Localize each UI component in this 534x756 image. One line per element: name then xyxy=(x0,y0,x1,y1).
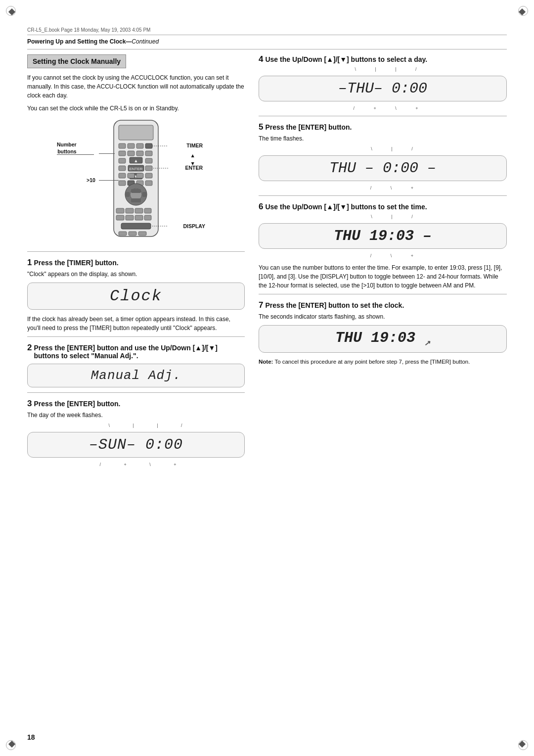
step5-sub: The time flashes. xyxy=(259,134,507,143)
step2-rule xyxy=(27,336,245,337)
svg-rect-43 xyxy=(144,215,151,220)
step4-tick-bottom: / + \ + xyxy=(259,106,507,111)
right-column: 4 Use the Up/Down [▲]/[▼] buttons to sel… xyxy=(259,54,507,472)
section-heading-box: Setting the Clock Manually xyxy=(27,54,126,68)
note-label: Note: xyxy=(259,359,273,365)
svg-rect-39 xyxy=(144,208,151,213)
svg-rect-13 xyxy=(119,158,126,163)
svg-rect-10 xyxy=(145,151,152,156)
svg-rect-44 xyxy=(121,223,151,229)
step1-heading: Press the [TIMER] button. xyxy=(34,259,118,267)
step5-tick-bottom: / \ + xyxy=(259,186,507,190)
step1-sub: "Clock" appears on the display, as shown… xyxy=(27,270,245,279)
step1-display: Clock xyxy=(27,283,245,310)
svg-rect-35 xyxy=(142,192,146,197)
step6-num: 6 xyxy=(259,202,263,212)
step7-heading: Press the [ENTER] button to set the cloc… xyxy=(265,301,404,309)
gt10-label: >10 xyxy=(87,177,95,183)
standby-paragraph: You can set the clock while the CR-L5 is… xyxy=(27,104,245,113)
svg-rect-9 xyxy=(136,151,143,156)
svg-rect-48 xyxy=(138,232,146,236)
svg-rect-41 xyxy=(126,215,134,220)
step3-heading: Press the [ENTER] button. xyxy=(34,400,120,408)
note-body: To cancel this procedure at any point be… xyxy=(273,359,470,365)
left-column: Setting the Clock Manually If you cannot… xyxy=(27,54,245,472)
step2-num: 2 xyxy=(27,343,32,353)
svg-rect-26 xyxy=(119,181,126,186)
svg-rect-47 xyxy=(129,232,136,236)
svg-rect-34 xyxy=(126,192,130,197)
step2-heading: Press the [ENTER] button and use the Up/… xyxy=(34,344,245,360)
step3-header: 3 Press the [ENTER] button. xyxy=(27,399,245,409)
svg-text:ENTER: ENTER xyxy=(129,167,142,171)
svg-rect-22 xyxy=(119,173,126,178)
step7-header: 7 Press the [ENTER] button to set the cl… xyxy=(259,300,507,310)
step7-sub: The seconds indicator starts flashing, a… xyxy=(259,312,507,321)
svg-rect-7 xyxy=(119,151,126,156)
step7-num: 7 xyxy=(259,300,263,310)
svg-text:▲: ▲ xyxy=(134,158,138,163)
step5-num: 5 xyxy=(259,122,263,132)
step5-tick-top: \ | / xyxy=(259,147,507,151)
step6-display-wrap: \ | / THU 19:03 – / \ + xyxy=(259,215,507,258)
step3-display-wrap: \ | | / –SUN– 0:00 / + \ + xyxy=(27,424,245,467)
number-buttons-label: Number xyxy=(57,142,77,148)
meta-info: CR-L5_E.book Page 18 Monday, May 19, 200… xyxy=(27,27,507,35)
svg-rect-21 xyxy=(145,166,152,171)
svg-rect-33 xyxy=(131,198,141,202)
step2-display: Manual Adj. xyxy=(27,364,245,387)
step1-rule xyxy=(27,251,245,252)
step1-num: 1 xyxy=(27,258,32,268)
step4-display: –THU– 0:00 xyxy=(259,76,507,101)
svg-rect-1 xyxy=(119,125,153,140)
step4-tick-top: \ | | / xyxy=(259,67,507,72)
step6-tick-bottom: / \ + xyxy=(259,254,507,258)
step1-header: 1 Press the [TIMER] button. xyxy=(27,258,245,268)
svg-rect-29 xyxy=(145,181,152,186)
svg-rect-37 xyxy=(126,208,134,213)
svg-rect-14 xyxy=(145,158,152,163)
step6-body: You can use the number buttons to enter … xyxy=(259,263,507,290)
up-arrow-label: ▲ xyxy=(190,152,195,158)
svg-rect-46 xyxy=(119,232,127,236)
svg-rect-32 xyxy=(131,189,141,193)
step7-display: THU 19:03 ↗ xyxy=(259,325,507,353)
step6-heading: Use the Up/Down [▲]/[▼] buttons to set t… xyxy=(265,203,427,211)
section-continued-heading: Powering Up and Setting the Clock—Contin… xyxy=(27,38,507,45)
svg-rect-23 xyxy=(128,173,134,178)
note-text: Note: To cancel this procedure at any po… xyxy=(259,358,507,366)
step3-display: –SUN– 0:00 xyxy=(27,432,245,458)
svg-rect-42 xyxy=(135,215,143,220)
svg-rect-3 xyxy=(128,143,134,148)
svg-rect-4 xyxy=(136,143,143,148)
display-label: DISPLAY xyxy=(183,223,205,229)
remote-svg: ▲ ENTER ▼ xyxy=(104,118,168,241)
svg-rect-2 xyxy=(119,143,126,148)
step5-heading: Press the [ENTER] button. xyxy=(265,123,352,131)
page-number: 18 xyxy=(27,733,35,741)
step4-heading: Use the Up/Down [▲]/[▼] buttons to selec… xyxy=(265,55,427,63)
step4-num: 4 xyxy=(259,54,263,64)
step3-num: 3 xyxy=(27,399,32,409)
svg-rect-8 xyxy=(128,151,134,156)
step6-rule xyxy=(259,195,507,196)
step1-after: If the clock has already been set, a tim… xyxy=(27,315,245,332)
svg-rect-24 xyxy=(136,173,143,178)
step5-header: 5 Press the [ENTER] button. xyxy=(259,122,507,132)
step5-display-wrap: \ | / THU – 0:00 – / \ + xyxy=(259,147,507,190)
step2-header: 2 Press the [ENTER] button and use the U… xyxy=(27,343,245,360)
svg-rect-20 xyxy=(119,166,126,171)
step3-tick-top: \ | | / xyxy=(27,424,245,428)
remote-illustration: ▲ ENTER ▼ xyxy=(27,118,245,246)
svg-rect-40 xyxy=(116,215,124,220)
svg-rect-25 xyxy=(145,173,152,178)
intro-paragraph: If you cannot set the clock by using the… xyxy=(27,73,245,100)
step7-rule xyxy=(259,294,507,294)
timer-label: TIMER xyxy=(186,142,203,148)
svg-rect-38 xyxy=(135,208,143,213)
top-divider xyxy=(27,49,507,49)
step5-display: THU – 0:00 – xyxy=(259,155,507,181)
step3-sub: The day of the week flashes. xyxy=(27,411,245,420)
step6-display: THU 19:03 – xyxy=(259,223,507,249)
step3-tick-bottom: / + \ + xyxy=(27,463,245,467)
